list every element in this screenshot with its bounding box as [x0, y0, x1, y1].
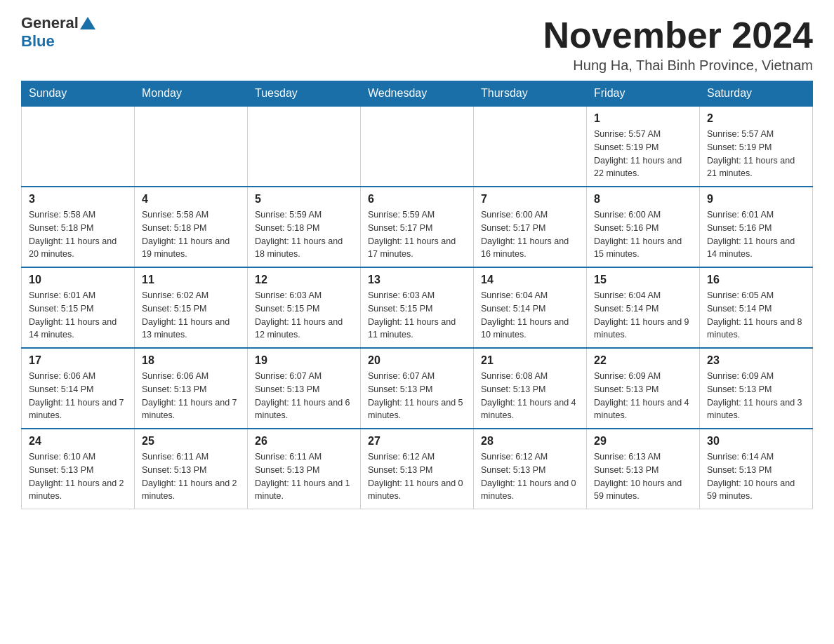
week-row-2: 10Sunrise: 6:01 AMSunset: 5:15 PMDayligh…: [22, 267, 813, 348]
day-info: Sunrise: 6:03 AMSunset: 5:15 PMDaylight:…: [255, 289, 353, 342]
day-number: 2: [707, 112, 805, 125]
day-cell: 28Sunrise: 6:12 AMSunset: 5:13 PMDayligh…: [474, 429, 587, 509]
day-cell: 8Sunrise: 6:00 AMSunset: 5:16 PMDaylight…: [587, 187, 700, 267]
day-number: 12: [255, 274, 353, 286]
day-number: 30: [707, 435, 805, 448]
day-number: 6: [368, 193, 466, 206]
calendar-body: 1Sunrise: 5:57 AMSunset: 5:19 PMDaylight…: [22, 106, 813, 509]
logo-triangle-icon: [80, 15, 95, 31]
day-cell: 15Sunrise: 6:04 AMSunset: 5:14 PMDayligh…: [587, 267, 700, 348]
day-info: Sunrise: 6:01 AMSunset: 5:16 PMDaylight:…: [707, 208, 805, 261]
day-number: 3: [29, 193, 127, 206]
day-info: Sunrise: 6:01 AMSunset: 5:15 PMDaylight:…: [29, 289, 127, 342]
day-info: Sunrise: 6:05 AMSunset: 5:14 PMDaylight:…: [707, 289, 805, 342]
day-number: 11: [142, 274, 240, 286]
day-cell: 30Sunrise: 6:14 AMSunset: 5:13 PMDayligh…: [700, 429, 813, 509]
day-cell: 14Sunrise: 6:04 AMSunset: 5:14 PMDayligh…: [474, 267, 587, 348]
day-number: 26: [255, 435, 353, 448]
day-number: 8: [594, 193, 692, 206]
page-header: General Blue November 2024 Hung Ha, Thai…: [21, 14, 813, 74]
day-number: 15: [594, 274, 692, 286]
day-number: 27: [368, 435, 466, 448]
day-info: Sunrise: 5:58 AMSunset: 5:18 PMDaylight:…: [29, 208, 127, 261]
day-cell: 7Sunrise: 6:00 AMSunset: 5:17 PMDaylight…: [474, 187, 587, 267]
day-info: Sunrise: 6:11 AMSunset: 5:13 PMDaylight:…: [255, 450, 353, 503]
day-info: Sunrise: 6:07 AMSunset: 5:13 PMDaylight:…: [368, 370, 466, 422]
day-cell: 16Sunrise: 6:05 AMSunset: 5:14 PMDayligh…: [700, 267, 813, 348]
day-number: 23: [707, 354, 805, 367]
week-row-1: 3Sunrise: 5:58 AMSunset: 5:18 PMDaylight…: [22, 187, 813, 267]
calendar-header: Sunday Monday Tuesday Wednesday Thursday…: [22, 81, 813, 107]
day-info: Sunrise: 6:08 AMSunset: 5:13 PMDaylight:…: [481, 370, 579, 422]
day-number: 13: [368, 274, 466, 286]
svg-marker-0: [80, 17, 95, 29]
day-cell: 29Sunrise: 6:13 AMSunset: 5:13 PMDayligh…: [587, 429, 700, 509]
day-info: Sunrise: 6:06 AMSunset: 5:13 PMDaylight:…: [142, 370, 240, 422]
day-number: 28: [481, 435, 579, 448]
day-number: 5: [255, 193, 353, 206]
day-cell: 10Sunrise: 6:01 AMSunset: 5:15 PMDayligh…: [22, 267, 135, 348]
day-cell: 22Sunrise: 6:09 AMSunset: 5:13 PMDayligh…: [587, 348, 700, 429]
header-saturday: Saturday: [700, 81, 813, 107]
day-cell: 21Sunrise: 6:08 AMSunset: 5:13 PMDayligh…: [474, 348, 587, 429]
header-monday: Monday: [135, 81, 248, 107]
day-info: Sunrise: 5:59 AMSunset: 5:18 PMDaylight:…: [255, 208, 353, 261]
day-info: Sunrise: 6:02 AMSunset: 5:15 PMDaylight:…: [142, 289, 240, 342]
day-info: Sunrise: 6:12 AMSunset: 5:13 PMDaylight:…: [481, 450, 579, 503]
day-info: Sunrise: 6:04 AMSunset: 5:14 PMDaylight:…: [481, 289, 579, 342]
day-cell: [248, 106, 361, 187]
day-info: Sunrise: 6:13 AMSunset: 5:13 PMDaylight:…: [594, 450, 692, 503]
day-info: Sunrise: 5:58 AMSunset: 5:18 PMDaylight:…: [142, 208, 240, 261]
week-row-0: 1Sunrise: 5:57 AMSunset: 5:19 PMDaylight…: [22, 106, 813, 187]
title-block: November 2024 Hung Ha, Thai Binh Provinc…: [543, 14, 813, 74]
logo-general-text: General: [21, 14, 79, 32]
day-cell: 19Sunrise: 6:07 AMSunset: 5:13 PMDayligh…: [248, 348, 361, 429]
header-sunday: Sunday: [22, 81, 135, 107]
day-info: Sunrise: 6:12 AMSunset: 5:13 PMDaylight:…: [368, 450, 466, 503]
header-friday: Friday: [587, 81, 700, 107]
header-thursday: Thursday: [474, 81, 587, 107]
day-cell: [474, 106, 587, 187]
day-cell: 23Sunrise: 6:09 AMSunset: 5:13 PMDayligh…: [700, 348, 813, 429]
day-info: Sunrise: 6:00 AMSunset: 5:17 PMDaylight:…: [481, 208, 579, 261]
day-number: 4: [142, 193, 240, 206]
day-number: 17: [29, 354, 127, 367]
calendar-subtitle: Hung Ha, Thai Binh Province, Vietnam: [543, 58, 813, 74]
day-number: 1: [594, 112, 692, 125]
day-cell: 24Sunrise: 6:10 AMSunset: 5:13 PMDayligh…: [22, 429, 135, 509]
day-cell: 11Sunrise: 6:02 AMSunset: 5:15 PMDayligh…: [135, 267, 248, 348]
day-cell: 13Sunrise: 6:03 AMSunset: 5:15 PMDayligh…: [361, 267, 474, 348]
logo: General Blue: [21, 14, 95, 51]
week-row-4: 24Sunrise: 6:10 AMSunset: 5:13 PMDayligh…: [22, 429, 813, 509]
day-number: 25: [142, 435, 240, 448]
day-cell: 6Sunrise: 5:59 AMSunset: 5:17 PMDaylight…: [361, 187, 474, 267]
day-info: Sunrise: 6:03 AMSunset: 5:15 PMDaylight:…: [368, 289, 466, 342]
header-wednesday: Wednesday: [361, 81, 474, 107]
day-info: Sunrise: 6:00 AMSunset: 5:16 PMDaylight:…: [594, 208, 692, 261]
day-cell: 25Sunrise: 6:11 AMSunset: 5:13 PMDayligh…: [135, 429, 248, 509]
calendar-title: November 2024: [543, 14, 813, 56]
day-cell: 17Sunrise: 6:06 AMSunset: 5:14 PMDayligh…: [22, 348, 135, 429]
day-cell: 5Sunrise: 5:59 AMSunset: 5:18 PMDaylight…: [248, 187, 361, 267]
day-number: 22: [594, 354, 692, 367]
day-number: 20: [368, 354, 466, 367]
day-cell: [22, 106, 135, 187]
day-cell: 3Sunrise: 5:58 AMSunset: 5:18 PMDaylight…: [22, 187, 135, 267]
day-cell: 1Sunrise: 5:57 AMSunset: 5:19 PMDaylight…: [587, 106, 700, 187]
day-number: 14: [481, 274, 579, 286]
week-row-3: 17Sunrise: 6:06 AMSunset: 5:14 PMDayligh…: [22, 348, 813, 429]
day-number: 24: [29, 435, 127, 448]
calendar-table: Sunday Monday Tuesday Wednesday Thursday…: [21, 81, 813, 509]
day-info: Sunrise: 5:57 AMSunset: 5:19 PMDaylight:…: [707, 128, 805, 180]
day-info: Sunrise: 6:10 AMSunset: 5:13 PMDaylight:…: [29, 450, 127, 503]
header-tuesday: Tuesday: [248, 81, 361, 107]
day-cell: [361, 106, 474, 187]
day-cell: 18Sunrise: 6:06 AMSunset: 5:13 PMDayligh…: [135, 348, 248, 429]
day-number: 7: [481, 193, 579, 206]
day-cell: 20Sunrise: 6:07 AMSunset: 5:13 PMDayligh…: [361, 348, 474, 429]
day-info: Sunrise: 6:14 AMSunset: 5:13 PMDaylight:…: [707, 450, 805, 503]
day-number: 10: [29, 274, 127, 286]
weekday-row: Sunday Monday Tuesday Wednesday Thursday…: [22, 81, 813, 107]
day-info: Sunrise: 6:07 AMSunset: 5:13 PMDaylight:…: [255, 370, 353, 422]
day-info: Sunrise: 6:04 AMSunset: 5:14 PMDaylight:…: [594, 289, 692, 342]
